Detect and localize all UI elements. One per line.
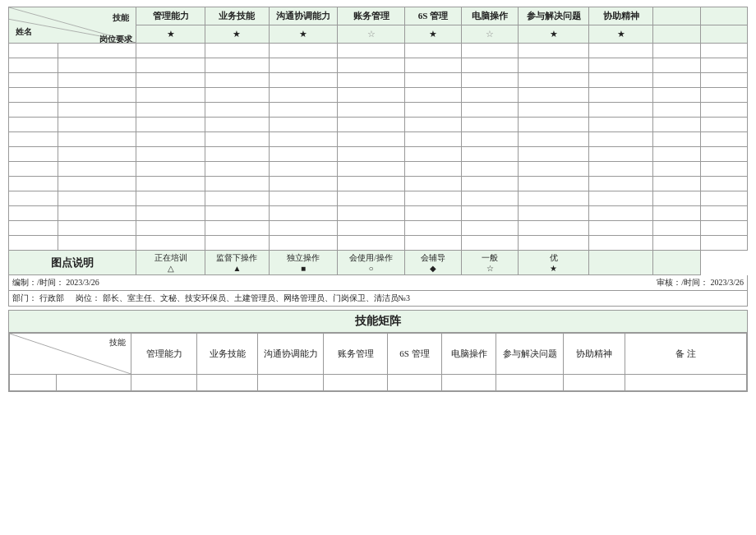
pos-assist: ★ bbox=[589, 25, 653, 44]
data-row-4 bbox=[9, 88, 748, 103]
legend-supervised: 监督下操作 ▲ bbox=[205, 251, 270, 275]
bottom-col-communication: 沟通协调能力 bbox=[258, 334, 324, 375]
pos-computer: ☆ bbox=[462, 25, 519, 44]
diagonal-skills-label: 技能 bbox=[113, 12, 129, 24]
pos-sixs: ★ bbox=[404, 25, 461, 44]
col-communication: 沟通协调能力 bbox=[269, 7, 338, 25]
reviewer-info: 审核：/时间： 2023/3/26 bbox=[657, 277, 744, 288]
legend-independent-symbol: ■ bbox=[301, 264, 306, 273]
bottom-section: 技能矩阵 bbox=[8, 310, 748, 392]
footer-info-1: 编制：/时间： 2023/3/26 审核：/时间： 2023/3/26 bbox=[8, 275, 748, 291]
data-row-9 bbox=[9, 162, 748, 177]
legend-excellent: 优 ★ bbox=[519, 251, 589, 275]
col-business: 业务技能 bbox=[205, 7, 270, 25]
data-row-1 bbox=[9, 44, 748, 58]
pos-service: ☆ bbox=[338, 25, 404, 44]
col-extra2 bbox=[700, 7, 747, 25]
legend-excellent-symbol: ★ bbox=[550, 264, 557, 273]
data-row-14 bbox=[9, 236, 748, 251]
name-cell bbox=[9, 44, 58, 58]
bottom-title: 技能矩阵 bbox=[9, 311, 747, 333]
pos-extra1 bbox=[653, 25, 700, 44]
bottom-col-remarks: 备 注 bbox=[625, 334, 746, 375]
bottom-data-row-1 bbox=[10, 375, 747, 391]
col-extra1 bbox=[653, 7, 700, 25]
bottom-col-problem-solving: 参与解决问题 bbox=[496, 334, 564, 375]
bottom-col-service: 账务管理 bbox=[324, 334, 388, 375]
legend-coach: 会辅导 ◆ bbox=[404, 251, 461, 275]
legend-independent-label: 独立操作 bbox=[287, 252, 320, 264]
col-computer: 电脑操作 bbox=[462, 7, 519, 25]
pos-extra2 bbox=[700, 25, 747, 44]
legend-use-symbol: ○ bbox=[369, 264, 374, 273]
header-row: 技能 岗位要求 姓名 管理能力 业务技能 沟通协调能力 账务管理 6S 管理 电… bbox=[9, 7, 748, 25]
legend-average-label: 一般 bbox=[482, 252, 498, 264]
legend-use-label: 会使用/操作 bbox=[349, 252, 393, 264]
legend-average: 一般 ☆ bbox=[462, 251, 519, 275]
data-row-7 bbox=[9, 132, 748, 147]
dept-label: 部门： bbox=[12, 293, 37, 302]
legend-training-symbol: △ bbox=[168, 264, 174, 273]
legend-use: 会使用/操作 ○ bbox=[338, 251, 404, 275]
data-row-13 bbox=[9, 221, 748, 236]
page-container: 技能 岗位要求 姓名 管理能力 业务技能 沟通协调能力 账务管理 6S 管理 电… bbox=[0, 0, 756, 399]
pos-communication: ★ bbox=[269, 25, 338, 44]
bottom-skills-table: 技能 管理能力 业务技能 沟通协调能力 账务管理 6S 管理 电脑操作 参与解决… bbox=[9, 333, 747, 391]
legend-supervised-label: 监督下操作 bbox=[216, 252, 257, 264]
data-row-12 bbox=[9, 206, 748, 221]
diagonal-position-label: 岗位要求 bbox=[99, 34, 132, 44]
editor-info: 编制：/时间： 2023/3/26 bbox=[12, 277, 99, 288]
bottom-col-business: 业务技能 bbox=[197, 334, 258, 375]
legend-average-symbol: ☆ bbox=[486, 264, 494, 273]
legend-title: 图点说明 bbox=[9, 251, 136, 275]
bottom-skills-label: 技能 bbox=[109, 337, 126, 348]
legend-training-label: 正在培训 bbox=[154, 252, 187, 264]
bottom-col-computer: 电脑操作 bbox=[442, 334, 496, 375]
diagonal-header: 技能 岗位要求 姓名 bbox=[9, 7, 136, 44]
footer-info-2: 部门： 行政部 岗位： 部长、室主任、文秘、技安环保员、土建管理员、网络管理员、… bbox=[8, 291, 748, 307]
pos-management: ★ bbox=[136, 25, 205, 44]
col-management: 管理能力 bbox=[136, 7, 205, 25]
col-sixs: 6S 管理 bbox=[404, 7, 461, 25]
position-label: 岗位： bbox=[76, 293, 100, 302]
data-row-5 bbox=[9, 103, 748, 118]
data-row-8 bbox=[9, 147, 748, 162]
bottom-header-row: 技能 管理能力 业务技能 沟通协调能力 账务管理 6S 管理 电脑操作 参与解决… bbox=[10, 334, 747, 375]
bottom-col-assist: 协助精神 bbox=[564, 334, 625, 375]
col-problem-solving: 参与解决问题 bbox=[519, 7, 589, 25]
diagonal-name-label: 姓名 bbox=[16, 26, 32, 38]
dept-value: 行政部 bbox=[39, 293, 64, 302]
legend-excellent-label: 优 bbox=[550, 252, 558, 264]
data-row-3 bbox=[9, 73, 748, 88]
main-skills-table: 技能 岗位要求 姓名 管理能力 业务技能 沟通协调能力 账务管理 6S 管理 电… bbox=[8, 7, 748, 275]
actual-skill-label bbox=[58, 44, 136, 58]
data-row-10 bbox=[9, 177, 748, 191]
position-value: 部长、室主任、文秘、技安环保员、土建管理员、网络管理员、门岗保卫、清洁员№3 bbox=[103, 293, 411, 302]
pos-problem-solving: ★ bbox=[519, 25, 589, 44]
legend-supervised-symbol: ▲ bbox=[233, 264, 241, 273]
legend-coach-label: 会辅导 bbox=[421, 252, 445, 264]
col-assist: 协助精神 bbox=[589, 7, 653, 25]
legend-independent: 独立操作 ■ bbox=[269, 251, 338, 275]
legend-coach-symbol: ◆ bbox=[430, 264, 436, 273]
col-service: 账务管理 bbox=[338, 7, 404, 25]
bottom-col-sixs: 6S 管理 bbox=[387, 334, 441, 375]
legend-training: 正在培训 △ bbox=[136, 251, 205, 275]
bottom-diagonal: 技能 bbox=[10, 334, 131, 375]
data-row-11 bbox=[9, 191, 748, 206]
legend-row: 图点说明 正在培训 △ 监督下操作 ▲ 独立操作 ■ bbox=[9, 251, 748, 275]
pos-business: ★ bbox=[205, 25, 270, 44]
bottom-col-management: 管理能力 bbox=[131, 334, 197, 375]
data-row-6 bbox=[9, 118, 748, 132]
data-row-2 bbox=[9, 58, 748, 73]
